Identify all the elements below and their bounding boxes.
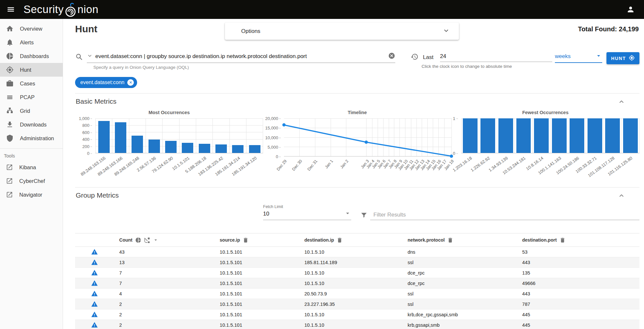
bar-101.108.117.128[interactable] <box>605 118 620 153</box>
user-account-icon[interactable] <box>626 5 635 14</box>
tool-item-kibana[interactable]: Kibana <box>0 160 63 174</box>
table-cell[interactable]: 10.1.5.101 <box>214 257 299 268</box>
bar-5.188.206.18[interactable] <box>199 144 210 153</box>
remove-column-icon[interactable] <box>559 237 566 243</box>
alert-triangle-icon[interactable] <box>91 322 98 328</box>
alert-triangle-icon[interactable] <box>91 301 98 307</box>
fetch-limit-select[interactable]: 10 <box>263 210 351 220</box>
query-input[interactable] <box>95 53 388 60</box>
table-cell[interactable]: 7 <box>114 278 214 289</box>
collapse-group-metrics-icon[interactable] <box>618 192 625 201</box>
bar-100.24.50.186[interactable] <box>570 118 584 153</box>
sankey-chart-icon[interactable] <box>144 237 150 243</box>
bar-101.116.125.80[interactable] <box>623 118 638 153</box>
table-cell[interactable]: dce_rpc <box>402 268 517 278</box>
table-cell[interactable]: 2 <box>114 320 214 329</box>
table-cell[interactable]: dce_rpc <box>402 278 517 289</box>
column-header-source.ip[interactable]: source.ip <box>220 237 240 243</box>
chevron-down-icon[interactable] <box>443 27 450 36</box>
tool-item-navigator[interactable]: Navigator <box>0 188 63 202</box>
clear-query-icon[interactable] <box>388 52 395 61</box>
table-cell[interactable]: 13 <box>114 257 214 268</box>
column-header-destination.port[interactable]: destination.port <box>522 237 557 243</box>
remove-column-icon[interactable] <box>337 237 343 243</box>
table-cell[interactable]: 185.81.114.189 <box>299 257 402 268</box>
query-history-chevron-icon[interactable] <box>87 53 93 59</box>
table-cell[interactable]: dns <box>402 247 517 257</box>
collapse-group-metrics-icon[interactable] <box>618 192 625 199</box>
alert-triangle-icon[interactable] <box>91 259 98 266</box>
bar-79.124.62.90[interactable] <box>165 141 177 153</box>
bar-100.1.141.163[interactable] <box>552 118 567 153</box>
table-cell[interactable]: 7 <box>114 268 214 278</box>
relative-time-clock-icon[interactable] <box>411 53 418 61</box>
query-history-chevron-icon[interactable] <box>87 53 93 60</box>
relative-time-clock-icon[interactable] <box>411 53 418 62</box>
bar-89.248.165.248[interactable] <box>132 136 143 153</box>
bar-183.136.225.42[interactable] <box>215 144 227 153</box>
table-cell[interactable]: 10.1.5.101 <box>214 278 299 289</box>
table-cell[interactable]: 443 <box>517 289 639 299</box>
sidebar-item-grid[interactable]: Grid <box>0 104 63 118</box>
bar-1.34.93.139[interactable] <box>498 118 513 153</box>
bar-1.226.62.92[interactable] <box>480 118 495 153</box>
filter-chip[interactable]: event.dataset:conn ✕ <box>75 77 137 88</box>
table-cell[interactable]: 10.1.5.10 <box>299 278 402 289</box>
bar-185.191.34.120[interactable] <box>249 145 260 153</box>
chart-menu-caret-icon[interactable] <box>153 237 159 243</box>
chevron-down-icon[interactable] <box>443 27 450 34</box>
data-point-dec-29[interactable] <box>282 123 286 127</box>
menu-icon[interactable] <box>7 5 15 14</box>
clear-query-icon[interactable] <box>388 52 395 59</box>
table-cell[interactable]: 445 <box>517 320 639 329</box>
alert-triangle-icon[interactable] <box>91 290 98 297</box>
table-cell[interactable]: 10.1.5.101 <box>214 247 299 257</box>
sidebar-item-overview[interactable]: Overview <box>0 22 63 36</box>
sidebar-item-cases[interactable]: Cases <box>0 77 63 90</box>
options-panel[interactable]: Options <box>225 22 459 40</box>
table-cell[interactable]: 10.1.5.101 <box>214 309 299 320</box>
table-cell[interactable]: ssl <box>402 299 517 309</box>
collapse-basic-metrics-icon[interactable] <box>618 98 625 105</box>
alert-triangle-icon[interactable] <box>91 248 98 255</box>
table-cell[interactable]: 23.227.196.35 <box>299 299 402 309</box>
table-cell[interactable]: 49666 <box>517 278 639 289</box>
time-unit-select[interactable]: weeks <box>555 52 602 63</box>
table-cell[interactable]: 10.1.5.101 <box>214 299 299 309</box>
user-account-icon[interactable] <box>626 5 635 14</box>
table-cell[interactable]: 10.1.5.10 <box>299 247 402 257</box>
sidebar-item-alerts[interactable]: Alerts <box>0 36 63 49</box>
bar-89.248.163.166[interactable] <box>115 122 126 153</box>
table-cell[interactable]: ssl <box>402 257 517 268</box>
table-cell[interactable]: 443 <box>517 257 639 268</box>
table-cell[interactable]: 787 <box>517 299 639 309</box>
sidebar-item-administration[interactable]: Administration <box>0 131 63 145</box>
table-cell[interactable]: 10.1.5.10 <box>299 309 402 320</box>
bar-89.248.163.155[interactable] <box>98 121 110 153</box>
filter-results-input[interactable] <box>373 212 639 218</box>
bar-10.8.16.14[interactable] <box>534 118 549 153</box>
time-value-input[interactable] <box>440 53 552 60</box>
sidebar-item-hunt[interactable]: Hunt <box>0 63 63 77</box>
remove-column-icon[interactable] <box>243 237 249 243</box>
alert-triangle-icon[interactable] <box>91 280 98 287</box>
table-cell[interactable]: 43 <box>114 247 214 257</box>
bar-2.56.57.136[interactable] <box>149 140 160 153</box>
sidebar-item-downloads[interactable]: Downloads <box>0 118 63 131</box>
table-cell[interactable]: 445 <box>517 309 639 320</box>
table-cell[interactable]: 20.50.73.9 <box>299 289 402 299</box>
column-header-destination.ip[interactable]: destination.ip <box>304 237 334 243</box>
bar-100.33.32.71[interactable] <box>588 118 602 153</box>
alert-triangle-icon[interactable] <box>91 269 98 276</box>
sidebar-item-dashboards[interactable]: Dashboards <box>0 49 63 63</box>
table-cell[interactable]: 10.1.5.101 <box>214 320 299 329</box>
table-cell[interactable]: 10.1.5.101 <box>214 289 299 299</box>
column-header-count[interactable]: Count <box>119 237 132 243</box>
table-cell[interactable]: 10.1.5.10 <box>299 268 402 278</box>
remove-filter-icon[interactable]: ✕ <box>127 79 134 86</box>
table-cell[interactable]: 4 <box>114 289 214 299</box>
table-cell[interactable]: 53 <box>517 247 639 257</box>
menu-icon[interactable] <box>7 5 15 14</box>
bar-10.53.244.181[interactable] <box>516 118 531 153</box>
table-cell[interactable]: 2 <box>114 309 214 320</box>
